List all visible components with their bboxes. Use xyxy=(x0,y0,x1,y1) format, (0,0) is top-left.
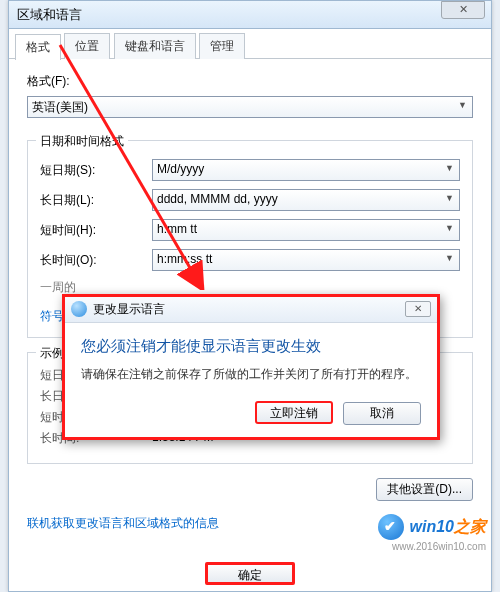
tab-format[interactable]: 格式 xyxy=(15,34,61,60)
short-date-label: 短日期(S): xyxy=(40,162,152,179)
group-title: 日期和时间格式 xyxy=(36,133,128,150)
long-time-combo[interactable]: h:mm:ss tt xyxy=(152,249,460,271)
tab-admin[interactable]: 管理 xyxy=(199,33,245,59)
cancel-button[interactable]: 取消 xyxy=(343,402,421,425)
globe-icon xyxy=(71,301,87,317)
window-close-button[interactable]: ✕ xyxy=(441,1,485,19)
format-combo[interactable]: 英语(美国) xyxy=(27,96,473,118)
watermark-url: www.2016win10.com xyxy=(392,541,486,552)
ok-button[interactable]: 确定 xyxy=(205,562,295,585)
long-time-label: 长时间(O): xyxy=(40,252,152,269)
change-display-language-dialog: 更改显示语言 ✕ 您必须注销才能使显示语言更改生效 请确保在注销之前保存了所做的… xyxy=(62,294,440,440)
msgbox-titlebar: 更改显示语言 ✕ xyxy=(65,297,437,323)
window-title: 区域和语言 xyxy=(17,6,82,24)
titlebar: 区域和语言 ✕ xyxy=(9,1,491,29)
tab-strip: 格式 位置 键盘和语言 管理 xyxy=(9,29,491,59)
long-date-label: 长日期(L): xyxy=(40,192,152,209)
msgbox-body: 您必须注销才能使显示语言更改生效 请确保在注销之前保存了所做的工作并关闭了所有打… xyxy=(65,323,437,437)
msgbox-text: 请确保在注销之前保存了所做的工作并关闭了所有打开的程序。 xyxy=(81,366,421,383)
short-date-combo[interactable]: M/d/yyyy xyxy=(152,159,460,181)
tab-location[interactable]: 位置 xyxy=(64,33,110,59)
logoff-now-button[interactable]: 立即注销 xyxy=(255,401,333,424)
msgbox-title: 更改显示语言 xyxy=(93,301,165,318)
watermark-text: win10之家 xyxy=(410,517,486,538)
msgbox-close-button[interactable]: ✕ xyxy=(405,301,431,317)
dialog-footer: 确定 xyxy=(9,562,491,585)
short-time-label: 短时间(H): xyxy=(40,222,152,239)
msgbox-heading: 您必须注销才能使显示语言更改生效 xyxy=(81,337,421,356)
tab-keyboard-language[interactable]: 键盘和语言 xyxy=(114,33,196,59)
watermark: win10之家 xyxy=(378,514,486,540)
other-settings-button[interactable]: 其他设置(D)... xyxy=(376,478,473,501)
long-date-combo[interactable]: dddd, MMMM dd, yyyy xyxy=(152,189,460,211)
short-time-combo[interactable]: h:mm tt xyxy=(152,219,460,241)
online-info-link[interactable]: 联机获取更改语言和区域格式的信息 xyxy=(27,516,219,530)
format-label: 格式(F): xyxy=(27,73,473,90)
watermark-logo-icon xyxy=(378,514,404,540)
